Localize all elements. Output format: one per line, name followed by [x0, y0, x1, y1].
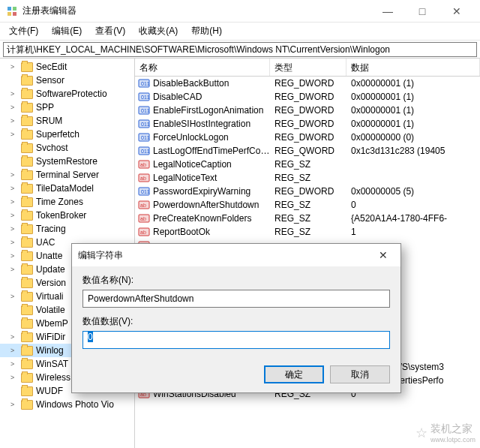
tree-item[interactable]: >Superfetch	[0, 128, 134, 141]
list-row[interactable]: ReportBootOkREG_SZ1	[135, 225, 480, 239]
menubar: 文件(F) 编辑(E) 查看(V) 收藏夹(A) 帮助(H)	[0, 23, 480, 41]
app-icon	[6, 5, 18, 17]
tree-item[interactable]: Sensor	[0, 74, 134, 87]
list-row[interactable]: LastLogOffEndTimePerfCo…REG_QWORD0x1c3d1…	[135, 144, 480, 158]
col-data[interactable]: 数据	[346, 59, 480, 76]
window-title: 注册表编辑器	[22, 5, 370, 17]
value-name-input[interactable]	[82, 290, 390, 308]
list-row[interactable]: LegalNoticeCaptionREG_SZ	[135, 158, 480, 171]
value-data-input[interactable]: 0	[82, 331, 390, 349]
ok-button[interactable]: 确定	[264, 365, 324, 383]
tree-item[interactable]: >TileDataModel	[0, 182, 134, 195]
menu-file[interactable]: 文件(F)	[3, 23, 44, 39]
titlebar: 注册表编辑器 — □ ✕	[0, 0, 480, 23]
tree-item[interactable]: >Terminal Server	[0, 168, 134, 182]
tree-item[interactable]: >Tracing	[0, 222, 134, 236]
menu-view[interactable]: 查看(V)	[89, 23, 131, 39]
path-input[interactable]	[3, 42, 477, 57]
value-data-label: 数值数据(V):	[82, 315, 390, 328]
maximize-button[interactable]: □	[405, 0, 440, 23]
menu-edit[interactable]: 编辑(E)	[46, 23, 88, 39]
list-row[interactable]: LegalNoticeTextREG_SZ	[135, 171, 480, 185]
address-bar	[0, 41, 480, 59]
minimize-button[interactable]: —	[370, 0, 405, 23]
tree-item[interactable]: >Windows Photo Vio	[0, 398, 134, 411]
list-header: 名称 类型 数据	[135, 59, 480, 77]
tree-item[interactable]: >SPP	[0, 101, 134, 114]
cancel-button[interactable]: 取消	[330, 365, 390, 383]
dialog-title: 编辑字符串	[78, 249, 372, 262]
tree-item[interactable]: SystemRestore	[0, 155, 134, 168]
value-name-label: 数值名称(N):	[82, 274, 390, 287]
dialog-close-button[interactable]: ✕	[372, 249, 394, 261]
menu-favorites[interactable]: 收藏夹(A)	[133, 23, 184, 39]
list-row[interactable]: PowerdownAfterShutdownREG_SZ0	[135, 198, 480, 212]
list-row[interactable]: PreCreateKnownFoldersREG_SZ{A520A1A4-178…	[135, 212, 480, 225]
close-button[interactable]: ✕	[440, 0, 474, 23]
list-row[interactable]: EnableFirstLogonAnimationREG_DWORD0x0000…	[135, 104, 480, 117]
tree-item[interactable]: >SRUM	[0, 114, 134, 128]
col-name[interactable]: 名称	[135, 59, 270, 76]
col-type[interactable]: 类型	[270, 59, 346, 76]
list-row[interactable]: PasswordExpiryWarningREG_DWORD0x00000005…	[135, 185, 480, 198]
tree-item[interactable]: >SecEdit	[0, 60, 134, 74]
tree-item[interactable]: Svchost	[0, 141, 134, 155]
list-row[interactable]: DisableCADREG_DWORD0x00000001 (1)	[135, 90, 480, 104]
edit-string-dialog: 编辑字符串 ✕ 数值名称(N): 数值数据(V): 0 确定 取消	[71, 243, 401, 393]
menu-help[interactable]: 帮助(H)	[185, 23, 228, 39]
tree-item[interactable]: >Time Zones	[0, 195, 134, 209]
tree-item[interactable]: >SoftwareProtectio	[0, 87, 134, 101]
list-row[interactable]: EnableSIHostIntegrationREG_DWORD0x000000…	[135, 117, 480, 131]
tree-item[interactable]: >TokenBroker	[0, 209, 134, 222]
list-row[interactable]: DisableBackButtonREG_DWORD0x00000001 (1)	[135, 77, 480, 90]
list-row[interactable]: ForceUnlockLogonREG_DWORD0x00000000 (0)	[135, 131, 480, 144]
